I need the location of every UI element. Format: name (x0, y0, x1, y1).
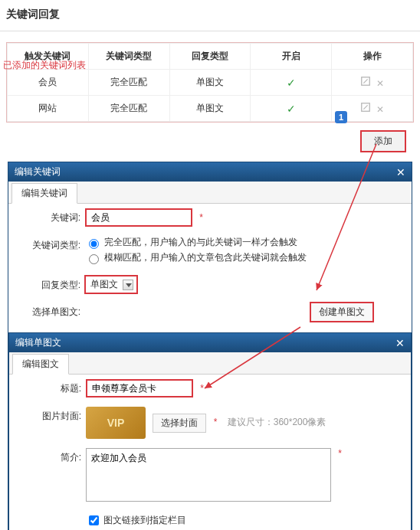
radio-fuzzy-label: 模糊匹配，用户输入的文章包含此关键词就会触发 (104, 251, 307, 264)
col-rtype: 回复类型 (169, 44, 251, 70)
label-keyword: 关键词: (16, 208, 85, 224)
label-intro: 简介: (17, 448, 86, 464)
edit-single-dialog: 编辑单图文 ✕ 编辑图文 标题: * 图片封面: VIP 选择封面 * 建议尺寸… (8, 332, 412, 530)
page-title: 关键词回复 (0, 0, 420, 31)
create-single-button[interactable]: 创建单图文 (310, 303, 373, 322)
reply-type-select[interactable]: 单图文 (85, 276, 137, 293)
col-operations: 操作 (332, 44, 413, 70)
close-icon[interactable]: ✕ (396, 166, 405, 178)
cell-ops: ✕ (332, 70, 413, 96)
col-enabled: 开启 (251, 44, 332, 70)
keyword-input[interactable] (85, 208, 192, 227)
check-icon: ✓ (287, 103, 296, 115)
cell-ktype: 完全匹配 (88, 70, 169, 96)
cell-ktype: 完全匹配 (88, 96, 169, 122)
link-to-column-checkbox[interactable] (89, 515, 99, 525)
step-badge-1: 1 (335, 111, 347, 123)
radio-exact[interactable] (89, 239, 99, 249)
cell-rtype: 单图文 (169, 70, 251, 96)
dialog-title: 编辑关键词 (15, 165, 61, 178)
tab-edit-keyword[interactable]: 编辑关键词 (11, 183, 77, 204)
tabstrip: 编辑关键词 (8, 182, 412, 204)
add-button[interactable]: 添加 (360, 130, 406, 152)
delete-icon[interactable]: ✕ (376, 78, 384, 89)
edit-keyword-dialog: 编辑关键词 ✕ 编辑关键词 关键词: * 关键词类型: 完全匹配，用户输入的与此… (8, 162, 412, 530)
label-cover: 图片封面: (17, 407, 86, 423)
label-title: 标题: (17, 379, 86, 395)
cell-rtype: 单图文 (169, 96, 251, 122)
check-icon: ✓ (287, 77, 296, 89)
label-select-single: 选择单图文: (16, 303, 85, 319)
table-row: 会员 完全匹配 单图文 ✓ ✕ (8, 70, 413, 96)
cell-enabled: ✓ (251, 70, 332, 96)
required-star: * (338, 448, 342, 459)
cell-trigger: 会员 (8, 70, 89, 96)
required-star: * (199, 212, 203, 223)
label-ktype: 关键词类型: (16, 236, 85, 252)
cell-trigger: 网站 (8, 96, 89, 122)
keyword-table: 触发关键词 关键词类型 回复类型 开启 操作 会员 完全匹配 单图文 ✓ ✕ 网… (7, 43, 413, 122)
edit-icon[interactable] (360, 76, 371, 89)
label-rtype: 回复类型: (16, 276, 85, 292)
keyword-table-wrap: 已添加的关键词列表 触发关键词 关键词类型 回复类型 开启 操作 会员 完全匹配… (6, 42, 414, 123)
added-list-label: 已添加的关键词列表 (3, 59, 86, 72)
dialog-title-inner: 编辑单图文 (15, 336, 61, 349)
radio-exact-label: 完全匹配，用户输入的与此关键词一样才会触发 (104, 236, 297, 249)
intro-textarea[interactable] (86, 448, 331, 502)
required-star: * (214, 417, 218, 427)
dialog-header-inner: 编辑单图文 ✕ (9, 333, 411, 352)
tabstrip-inner: 编辑图文 (9, 352, 411, 375)
vip-card-thumbnail: VIP (86, 407, 146, 439)
radio-fuzzy[interactable] (89, 254, 99, 264)
cell-enabled: ✓ (251, 96, 332, 122)
link-to-column-label: 图文链接到指定栏目 (103, 515, 186, 525)
close-icon[interactable]: ✕ (395, 337, 405, 349)
table-row: 网站 完全匹配 单图文 ✓ ✕ (8, 96, 413, 122)
required-star: * (200, 383, 204, 394)
edit-icon[interactable] (360, 102, 371, 115)
reply-type-value: 单图文 (90, 278, 118, 291)
title-input[interactable] (86, 379, 193, 398)
choose-cover-button[interactable]: 选择封面 (153, 414, 206, 433)
tab-edit-single[interactable]: 编辑图文 (12, 354, 69, 375)
delete-icon[interactable]: ✕ (376, 104, 384, 115)
dropdown-icon (123, 280, 133, 290)
add-button-wrap: 1 添加 (0, 130, 406, 152)
dialog-header: 编辑关键词 ✕ (8, 162, 412, 182)
cover-hint: 建议尺寸：360*200像素 (228, 417, 326, 427)
col-ktype: 关键词类型 (88, 44, 169, 70)
